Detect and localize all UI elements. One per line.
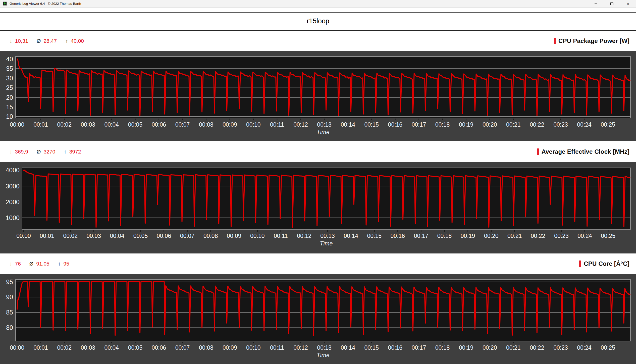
x-tick-label: 00:11 bbox=[270, 344, 284, 351]
chart-panel[interactable]: 1015202530354000:0000:0100:0200:0300:040… bbox=[0, 51, 636, 141]
x-tick-label: 00:14 bbox=[344, 233, 358, 239]
chart-section-cpu-package-power: ↓ 10,31 Ø 28,47 ↑ 40,00 CPU Package Powe… bbox=[0, 31, 636, 141]
x-tick-label: 00:12 bbox=[293, 344, 308, 351]
stat-max: ↑ 40,00 bbox=[65, 38, 84, 44]
x-tick-label: 00:02 bbox=[57, 344, 72, 351]
chart-legend: Average Effective Clock [MHz] bbox=[537, 148, 629, 155]
min-arrow-icon: ↓ bbox=[10, 38, 12, 44]
window-titlebar: Generic Log Viewer 6.4 - © 2022 Thomas B… bbox=[0, 0, 636, 8]
x-tick-label: 00:10 bbox=[246, 121, 261, 128]
x-tick-label: 00:05 bbox=[128, 344, 143, 351]
chart-panel[interactable]: 100020003000400000:0000:0100:0200:0300:0… bbox=[0, 162, 636, 253]
x-tick-label: 00:01 bbox=[40, 233, 54, 239]
average-icon: Ø bbox=[37, 149, 41, 155]
stat-min: ↓ 10,31 bbox=[10, 38, 28, 44]
chart-title: CPU Core [Â°C] bbox=[584, 260, 629, 267]
app-logo-icon bbox=[3, 2, 7, 6]
y-tick-label: 30 bbox=[6, 75, 13, 82]
stat-min-value: 10,31 bbox=[15, 38, 28, 44]
x-tick-label: 00:15 bbox=[364, 344, 379, 351]
x-tick-label: 00:15 bbox=[364, 121, 379, 128]
x-tick-label: 00:19 bbox=[461, 233, 475, 239]
minimize-button[interactable] bbox=[588, 0, 604, 7]
close-icon: ✕ bbox=[626, 2, 629, 6]
chart-stats: ↓ 76 Ø 91,05 ↑ 95 bbox=[10, 261, 69, 267]
min-arrow-icon: ↓ bbox=[10, 149, 12, 155]
cpu-package-power-chart[interactable]: 1015202530354000:0000:0100:0200:0300:040… bbox=[0, 51, 636, 141]
maximize-icon bbox=[610, 2, 613, 5]
x-tick-label: 00:21 bbox=[506, 344, 521, 351]
x-tick-label: 00:24 bbox=[577, 344, 592, 351]
chart-title: Average Effective Clock [MHz] bbox=[542, 148, 629, 155]
x-tick-label: 00:19 bbox=[459, 121, 473, 128]
legend-color-swatch bbox=[537, 148, 539, 155]
x-tick-label: 00:25 bbox=[601, 121, 615, 128]
x-tick-label: 00:08 bbox=[199, 121, 214, 128]
x-tick-label: 00:09 bbox=[227, 233, 241, 239]
x-tick-label: 00:20 bbox=[483, 344, 497, 351]
y-tick-label: 4000 bbox=[6, 167, 20, 174]
stat-max: ↑ 95 bbox=[58, 261, 69, 267]
x-tick-label: 00:21 bbox=[507, 233, 522, 239]
y-tick-label: 3000 bbox=[6, 183, 20, 190]
x-tick-label: 00:05 bbox=[128, 121, 143, 128]
x-tick-label: 00:24 bbox=[577, 233, 592, 239]
header-gap bbox=[0, 8, 636, 12]
x-tick-label: 00:24 bbox=[577, 121, 592, 128]
y-tick-label: 2000 bbox=[6, 198, 20, 205]
x-tick-label: 00:00 bbox=[10, 344, 24, 351]
x-tick-label: 00:23 bbox=[553, 121, 568, 128]
x-tick-label: 00:16 bbox=[391, 233, 405, 239]
chart-section-average-effective-clock: ↓ 369,9 Ø 3270 ↑ 3972 Average Effective … bbox=[0, 141, 636, 253]
x-tick-label: 00:18 bbox=[437, 233, 452, 239]
chart-panel[interactable]: 8085909500:0000:0100:0200:0300:0400:0500… bbox=[0, 274, 636, 364]
chart-title: CPU Package Power [W] bbox=[558, 37, 629, 44]
x-tick-label: 00:16 bbox=[388, 344, 403, 351]
minimize-icon bbox=[595, 4, 597, 4]
x-tick-label: 00:04 bbox=[104, 121, 119, 128]
x-tick-label: 00:14 bbox=[341, 344, 355, 351]
chart-stats: ↓ 369,9 Ø 3270 ↑ 3972 bbox=[10, 149, 81, 155]
stat-min: ↓ 76 bbox=[10, 261, 21, 267]
x-tick-label: 00:18 bbox=[435, 344, 450, 351]
x-tick-label: 00:11 bbox=[270, 121, 284, 128]
average-icon: Ø bbox=[37, 38, 41, 44]
stat-max-value: 40,00 bbox=[71, 38, 84, 44]
stats-bar: ↓ 76 Ø 91,05 ↑ 95 CPU Core [Â°C] bbox=[0, 253, 636, 274]
y-tick-label: 10 bbox=[6, 113, 13, 120]
x-tick-label: 00:25 bbox=[601, 233, 615, 239]
y-tick-label: 1000 bbox=[6, 214, 20, 221]
close-button[interactable]: ✕ bbox=[620, 0, 636, 7]
x-tick-label: 00:14 bbox=[341, 121, 355, 128]
x-tick-label: 00:20 bbox=[483, 121, 497, 128]
stat-avg-value: 28,47 bbox=[43, 38, 57, 44]
x-tick-label: 00:19 bbox=[459, 344, 473, 351]
x-tick-label: 00:00 bbox=[16, 233, 31, 239]
x-tick-label: 00:17 bbox=[412, 344, 426, 351]
x-tick-label: 00:02 bbox=[57, 121, 72, 128]
min-arrow-icon: ↓ bbox=[10, 261, 12, 267]
page-title: r15loop bbox=[307, 17, 329, 25]
window-title: Generic Log Viewer 6.4 - © 2022 Thomas B… bbox=[10, 2, 588, 6]
stats-bar: ↓ 10,31 Ø 28,47 ↑ 40,00 CPU Package Powe… bbox=[0, 31, 636, 51]
x-tick-label: 00:23 bbox=[553, 344, 568, 351]
max-arrow-icon: ↑ bbox=[64, 149, 67, 155]
x-tick-label: 00:15 bbox=[367, 233, 382, 239]
x-tick-label: 00:23 bbox=[554, 233, 569, 239]
stat-max-value: 95 bbox=[63, 261, 69, 267]
max-arrow-icon: ↑ bbox=[65, 38, 68, 44]
cpu-core-temperature-chart[interactable]: 8085909500:0000:0100:0200:0300:0400:0500… bbox=[0, 274, 636, 364]
x-axis-label: Time bbox=[317, 352, 330, 358]
x-tick-label: 00:18 bbox=[435, 121, 450, 128]
average-effective-clock-chart[interactable]: 100020003000400000:0000:0100:0200:0300:0… bbox=[0, 162, 636, 253]
x-tick-label: 00:22 bbox=[530, 121, 544, 128]
maximize-button[interactable] bbox=[604, 0, 620, 7]
stats-bar: ↓ 369,9 Ø 3270 ↑ 3972 Average Effective … bbox=[0, 141, 636, 162]
x-tick-label: 00:20 bbox=[484, 233, 499, 239]
stat-max: ↑ 3972 bbox=[64, 149, 81, 155]
x-axis-label: Time bbox=[320, 240, 333, 247]
x-tick-label: 00:06 bbox=[157, 233, 171, 239]
y-tick-label: 15 bbox=[6, 103, 13, 111]
x-tick-label: 00:03 bbox=[81, 344, 95, 351]
y-tick-label: 85 bbox=[6, 309, 13, 316]
